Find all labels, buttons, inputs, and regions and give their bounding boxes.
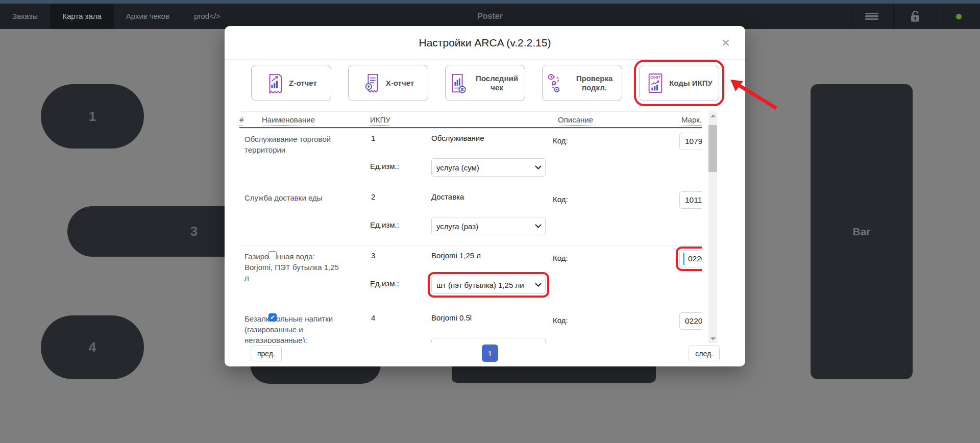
row-number: 1 [370,133,431,158]
row-number: 4 [370,312,431,338]
tab-receipt-archive[interactable]: Архив чеков [114,4,182,29]
ikpu-code-input[interactable] [679,133,702,150]
ikpu-table-viewport: # Наименование ИКПУ Описание Марк. 1 Обс… [239,111,702,343]
table-label: 4 [89,339,96,355]
tab-hall-map[interactable]: Карта зала [50,4,114,29]
unit-select[interactable]: услуга (раз) [431,217,546,235]
code-label: Код: [553,250,679,276]
marking-checkbox[interactable]: ✔ [268,313,277,322]
ikpu-codes-icon: COST [646,72,665,94]
unit-select[interactable]: шт (пэт бутылка) 1,25 ли [431,276,546,294]
scroll-down-icon[interactable] [708,334,717,343]
table-header-row: # Наименование ИКПУ Описание Марк. [239,112,702,128]
top-navigation-bar: Заказы Карта зала Архив чеков prod</> Po… [0,4,980,29]
text-cursor [683,253,684,265]
hall-table-4[interactable]: 4 [41,315,144,379]
unit-select[interactable]: услуга (сум) [431,158,546,177]
action-label: Проверка подкл. [570,74,619,92]
scrollbar-thumb[interactable] [708,125,717,172]
col-header-num[interactable]: # [239,115,262,124]
marking-cell [262,133,370,187]
tab-prod[interactable]: prod</> [182,4,233,29]
code-label: Код: [553,312,679,338]
col-header-description[interactable]: Описание [553,115,679,124]
col-header-marking[interactable]: Марк. [679,115,702,124]
unit-label: Ед.изм.: [370,158,431,187]
svg-text:COST: COST [650,76,660,80]
product-name: Borjomi 0.5l [431,312,553,338]
x-report-icon [362,72,382,94]
table-row: 3 Borjomi 1,25 л Код: Газированная вода:… [239,245,702,308]
table-label: 1 [89,109,96,125]
hamburger-menu-icon [865,11,878,21]
lock-button[interactable] [893,4,937,29]
unit-value: шт (пэт бутылка) 1,25 ли [436,281,524,289]
unit-label: Ед.изм.: [370,338,431,343]
marking-checkbox[interactable] [268,251,277,259]
annotation-arrow [727,78,783,114]
ikpu-code-input[interactable] [679,312,702,330]
code-label: Код: [553,133,679,158]
pagination-next-button[interactable]: след. [689,346,720,361]
nav-tabs: Заказы Карта зала Архив чеков prod</> [0,4,980,29]
unlock-icon [909,10,922,23]
chevron-down-icon [535,163,542,169]
hall-table-1[interactable]: 1 [41,84,144,149]
col-header-name[interactable]: Наименование [262,115,370,124]
action-label: Коды ИКПУ [669,79,713,87]
status-dot-green [956,14,962,19]
unit-label: Ед.изм.: [370,276,431,308]
ikpu-codes-button[interactable]: COST Коды ИКПУ [639,65,719,101]
connection-status[interactable] [937,4,980,29]
z-report-button[interactable]: Z-отчет [251,65,331,101]
chevron-down-icon [535,280,542,287]
action-label: Последний чек [472,74,522,92]
table-row: 1 Обслуживание Код: Обслуживание торгово… [239,128,702,187]
unit-value: услуга (сум) [436,163,479,172]
connection-check-icon [546,72,566,94]
unit-value: услуга (раз) [436,222,478,231]
report-actions-row: Z-отчет X-отчет Последний чек [251,65,719,101]
top-accent-strip [0,0,980,4]
row-number: 3 [370,250,431,276]
product-name: Borjomi 1,25 л [431,250,553,276]
pagination-page-1-button[interactable]: 1 [482,344,498,362]
table-scrollbar[interactable] [708,111,717,343]
close-icon[interactable]: × [717,34,735,52]
action-label: X-отчет [386,79,414,87]
scroll-up-icon[interactable] [708,111,717,120]
table-label: Bar [852,226,870,238]
col-header-ikpu[interactable]: ИКПУ [370,115,431,124]
last-receipt-icon [449,72,468,94]
hall-table-bar[interactable]: Bar [811,84,913,379]
row-number: 2 [370,191,431,217]
pagination-prev-button[interactable]: пред. [251,346,282,361]
action-label: Z-отчет [289,79,317,87]
last-receipt-button[interactable]: Последний чек [445,65,525,101]
unit-select[interactable] [431,338,546,343]
dialog-title: Настройки ARCA (v.2.2.15) [225,26,745,60]
chevron-down-icon [535,222,542,228]
x-report-button[interactable]: X-отчет [348,65,428,101]
table-row: 4 Borjomi 0.5l Код: Безалкогольные напит… [239,308,702,343]
tab-orders[interactable]: Заказы [0,4,50,29]
dialog-header: Настройки ARCA (v.2.2.15) × [225,26,745,60]
unit-label: Ед.изм.: [370,217,431,245]
menu-button[interactable] [850,4,893,29]
table-row: 2 Доставка Код: Служба доставки еды Ед.и… [239,187,702,245]
chevron-down-icon [535,342,542,343]
z-report-icon [265,72,285,94]
product-name: Обслуживание [431,133,553,158]
topbar-right-cluster [850,4,980,29]
code-label: Код: [553,191,679,217]
marking-cell [262,191,370,245]
product-name: Доставка [431,191,553,217]
arca-settings-dialog: Настройки ARCA (v.2.2.15) × Z-отчет X-от… [225,26,745,366]
connection-check-button[interactable]: Проверка подкл. [542,65,622,101]
ikpu-code-input[interactable] [679,191,702,209]
table-label: 3 [190,224,198,239]
